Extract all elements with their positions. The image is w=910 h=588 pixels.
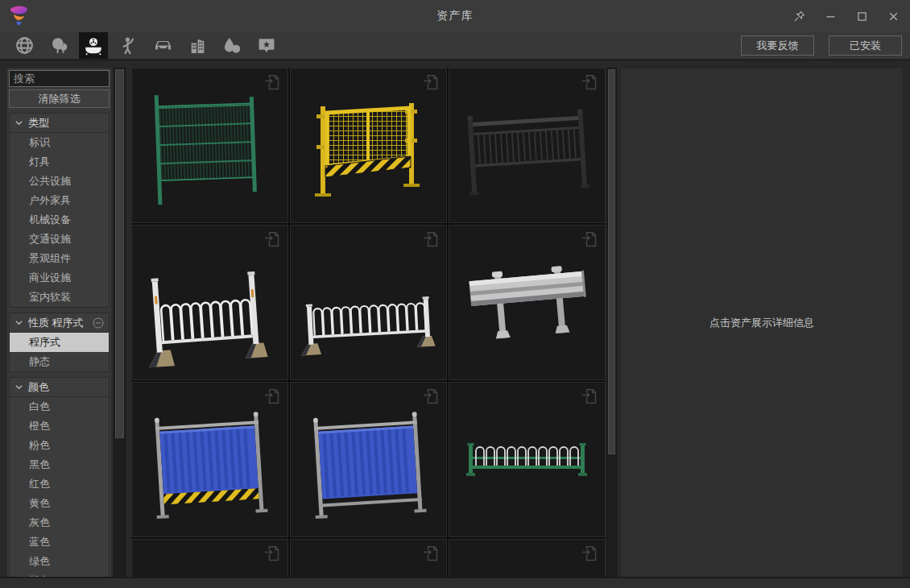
- filter-group-title: 类型: [28, 116, 49, 130]
- asset-tile[interactable]: [290, 68, 447, 223]
- filter-item[interactable]: 程序式: [10, 333, 109, 352]
- feedback-button[interactable]: 我要反馈: [741, 35, 814, 56]
- architecture-category-icon[interactable]: [183, 32, 212, 59]
- search-input[interactable]: [9, 70, 110, 87]
- filter-group: 性质 程序式程序式静态: [9, 313, 110, 372]
- filter-group-header[interactable]: 类型: [10, 114, 109, 133]
- filter-item[interactable]: 静态: [10, 352, 109, 371]
- asset-tile[interactable]: [449, 225, 606, 380]
- character-category-icon[interactable]: [114, 32, 143, 59]
- asset-library-window: 资产库 我要反馈 已安装: [0, 0, 910, 588]
- asset-tile[interactable]: [449, 382, 606, 537]
- filter-group-header[interactable]: 性质 程序式: [10, 313, 109, 333]
- category-tabs: [10, 32, 281, 59]
- props-category-icon[interactable]: [79, 32, 108, 59]
- filter-item[interactable]: 室内软装: [10, 288, 109, 307]
- maximize-button[interactable]: [853, 7, 871, 25]
- asset-tile[interactable]: [131, 539, 288, 578]
- world-category-icon[interactable]: [10, 32, 39, 59]
- filter-groups: 类型标识灯具公共设施户外家具机械设备交通设施景观组件商业设施室内软装性质 程序式…: [7, 113, 111, 578]
- grid-scrollbar[interactable]: [606, 68, 617, 578]
- vehicle-category-icon[interactable]: [148, 32, 177, 59]
- bottom-bar: [0, 577, 910, 588]
- filter-item[interactable]: 橙色: [10, 416, 109, 436]
- titlebar: 资产库: [0, 0, 910, 32]
- filter-item[interactable]: 户外家具: [10, 191, 109, 210]
- asset-tile[interactable]: [290, 225, 447, 380]
- filter-group-title: 颜色: [28, 380, 49, 395]
- open-asset-icon[interactable]: [263, 544, 282, 563]
- toolbar-actions: 我要反馈 已安装: [741, 35, 902, 56]
- pin-icon[interactable]: [790, 7, 808, 25]
- asset-tile[interactable]: [449, 68, 606, 223]
- open-asset-icon[interactable]: [421, 544, 441, 563]
- filter-item[interactable]: 粉色: [10, 436, 109, 455]
- window-title: 资产库: [0, 0, 910, 32]
- asset-tile[interactable]: [290, 539, 447, 578]
- chevron-down-icon: [14, 118, 23, 127]
- open-asset-icon[interactable]: [263, 387, 282, 406]
- filter-item[interactable]: 灯具: [10, 152, 109, 172]
- filter-item[interactable]: 灰色: [10, 513, 109, 532]
- asset-tile[interactable]: [131, 68, 288, 223]
- open-asset-icon[interactable]: [580, 544, 599, 563]
- sidebar-scrollbar[interactable]: [114, 68, 126, 578]
- grid-scrollbar-thumb[interactable]: [608, 69, 615, 454]
- asset-tile[interactable]: [131, 225, 288, 380]
- window-controls: [790, 0, 902, 32]
- minimize-button[interactable]: [821, 7, 839, 25]
- filter-item[interactable]: 黑色: [10, 455, 109, 474]
- filter-item[interactable]: 公共设施: [10, 172, 109, 191]
- filter-item[interactable]: 标识: [10, 133, 109, 152]
- vegetation-category-icon[interactable]: [44, 32, 73, 59]
- filter-group-title: 性质 程序式: [28, 316, 84, 330]
- workspace: 清除筛选 类型标识灯具公共设施户外家具机械设备交通设施景观组件商业设施室内软装性…: [0, 61, 910, 578]
- sidebar-scrollbar-thumb[interactable]: [115, 69, 124, 438]
- filter-sidebar: 清除筛选 类型标识灯具公共设施户外家具机械设备交通设施景观组件商业设施室内软装性…: [6, 68, 112, 578]
- filter-item[interactable]: 机械设备: [10, 210, 109, 230]
- filter-group: 类型标识灯具公共设施户外家具机械设备交通设施景观组件商业设施室内软装: [9, 113, 110, 308]
- filter-group: 颜色白色橙色粉色黑色红色黄色灰色蓝色绿色紫色: [9, 377, 110, 578]
- chevron-down-icon: [14, 318, 23, 327]
- open-asset-icon[interactable]: [263, 72, 282, 92]
- filter-item[interactable]: 白色: [10, 397, 109, 416]
- asset-grid: [131, 68, 606, 578]
- installed-button[interactable]: 已安装: [829, 35, 902, 56]
- detail-panel: 点击资产展示详细信息: [620, 68, 904, 578]
- filter-item[interactable]: 景观组件: [10, 249, 109, 268]
- open-asset-icon[interactable]: [421, 387, 441, 406]
- filter-item[interactable]: 黄色: [10, 494, 109, 513]
- close-button[interactable]: [884, 7, 902, 25]
- open-asset-icon[interactable]: [580, 72, 599, 92]
- toolbar: 我要反馈 已安装: [0, 32, 910, 61]
- open-asset-icon[interactable]: [580, 387, 599, 406]
- material-category-icon[interactable]: [217, 32, 246, 59]
- remove-filter-icon[interactable]: [93, 317, 104, 329]
- filter-group-header[interactable]: 颜色: [10, 378, 109, 397]
- open-asset-icon[interactable]: [580, 230, 599, 249]
- filter-item[interactable]: 商业设施: [10, 268, 109, 288]
- open-asset-icon[interactable]: [421, 230, 441, 249]
- sign-category-icon[interactable]: [252, 32, 281, 59]
- filter-item[interactable]: 绿色: [10, 552, 109, 571]
- asset-tile[interactable]: [131, 382, 288, 537]
- asset-tile[interactable]: [449, 539, 606, 578]
- filter-item[interactable]: 红色: [10, 474, 109, 494]
- open-asset-icon[interactable]: [263, 230, 282, 249]
- detail-placeholder: 点击资产展示详细信息: [709, 316, 814, 330]
- open-asset-icon[interactable]: [421, 72, 441, 92]
- clear-filters-button[interactable]: 清除筛选: [9, 89, 110, 108]
- filter-item[interactable]: 交通设施: [10, 230, 109, 249]
- filter-item[interactable]: 蓝色: [10, 532, 109, 552]
- asset-tile[interactable]: [290, 382, 447, 537]
- chevron-down-icon: [14, 383, 23, 391]
